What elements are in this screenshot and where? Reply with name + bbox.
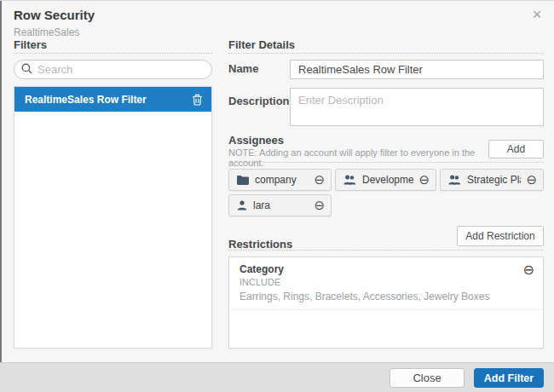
details-divider bbox=[228, 53, 544, 54]
group-icon bbox=[343, 175, 356, 185]
restrictions-heading: Restrictions bbox=[228, 238, 292, 251]
add-filter-button[interactable]: Add Filter bbox=[474, 368, 544, 388]
user-icon bbox=[237, 200, 247, 210]
filter-details-heading: Filter Details bbox=[228, 38, 295, 51]
restrictions-divider bbox=[228, 250, 544, 251]
assignees-divider bbox=[228, 162, 544, 163]
dialog-footer bbox=[0, 362, 554, 392]
restriction-column: Category bbox=[239, 263, 514, 275]
restriction-mode: INCLUDE bbox=[239, 277, 514, 287]
add-restriction-button[interactable]: Add Restriction bbox=[457, 226, 544, 246]
chip-label: lara bbox=[253, 199, 309, 211]
chip-label: company bbox=[255, 174, 309, 186]
search-input[interactable] bbox=[38, 63, 205, 76]
description-label: Description bbox=[228, 95, 290, 107]
filters-divider bbox=[14, 53, 212, 54]
assignee-chip-lara: lara ⊖ bbox=[228, 194, 332, 216]
filter-list: RealtimeSales Row Filter bbox=[14, 86, 212, 349]
delete-filter-icon[interactable] bbox=[192, 94, 203, 106]
assignee-chip-strategic: Strategic Pla... ⊖ bbox=[440, 169, 544, 191]
chip-label: Strategic Pla... bbox=[467, 174, 521, 186]
filter-search[interactable] bbox=[14, 60, 212, 79]
assignees-note: NOTE: Adding an account will apply filte… bbox=[228, 147, 484, 168]
remove-assignee-icon[interactable]: ⊖ bbox=[314, 199, 325, 212]
assignees-heading: Assignees bbox=[228, 134, 284, 147]
close-icon[interactable]: × bbox=[528, 6, 545, 24]
remove-assignee-icon[interactable]: ⊖ bbox=[526, 174, 537, 187]
filter-list-item-selected[interactable]: RealtimeSales Row Filter bbox=[14, 87, 211, 112]
restriction-entry: Category INCLUDE Earrings, Rings, Bracel… bbox=[229, 257, 543, 310]
search-icon bbox=[21, 62, 32, 78]
dialog-title: Row Security bbox=[14, 8, 95, 22]
folder-icon bbox=[237, 176, 249, 185]
add-assignee-button[interactable]: Add bbox=[488, 140, 544, 159]
filters-heading: Filters bbox=[14, 38, 47, 51]
filter-item-label: RealtimeSales Row Filter bbox=[25, 94, 192, 106]
remove-assignee-icon[interactable]: ⊖ bbox=[418, 174, 430, 187]
restrictions-list: Category INCLUDE Earrings, Rings, Bracel… bbox=[228, 257, 544, 349]
chip-label: Development bbox=[362, 174, 413, 186]
description-field[interactable] bbox=[290, 88, 544, 126]
assignee-chip-development: Development ⊖ bbox=[335, 169, 436, 191]
name-label: Name bbox=[228, 62, 258, 75]
remove-restriction-icon[interactable]: ⊖ bbox=[523, 263, 534, 277]
window-edge bbox=[0, 1, 2, 392]
name-field[interactable] bbox=[290, 60, 544, 79]
group-icon bbox=[448, 175, 461, 185]
close-button[interactable]: Close bbox=[390, 368, 465, 388]
row-security-dialog: Row Security × RealtimeSales Filters Rea… bbox=[0, 0, 554, 392]
assignee-chip-company: company ⊖ bbox=[228, 169, 332, 191]
dialog-subtitle: RealtimeSales bbox=[14, 26, 79, 38]
restriction-values: Earrings, Rings, Bracelets, Accessories,… bbox=[239, 291, 514, 303]
remove-assignee-icon[interactable]: ⊖ bbox=[314, 174, 325, 187]
